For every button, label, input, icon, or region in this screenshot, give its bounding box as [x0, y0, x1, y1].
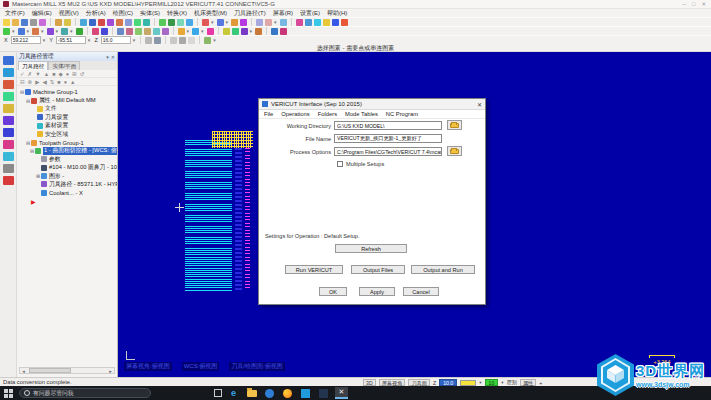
toolbar-icon[interactable] — [186, 19, 193, 26]
toolbar-icon[interactable] — [296, 19, 303, 26]
mru-icon[interactable] — [3, 80, 14, 89]
backplot-icon[interactable]: ▲ — [44, 71, 49, 77]
arc-icon[interactable] — [32, 28, 39, 35]
mru-icon[interactable] — [3, 68, 14, 77]
point-icon[interactable] — [3, 28, 10, 35]
tree-row[interactable]: 文件 — [17, 105, 117, 113]
store-icon[interactable] — [263, 387, 276, 399]
toolbar-icon[interactable] — [39, 19, 46, 26]
maximize-button[interactable]: □ — [692, 1, 695, 7]
new-file-icon[interactable] — [3, 19, 10, 26]
dialog-close-icon[interactable]: ✕ — [477, 101, 482, 108]
file-name-field[interactable] — [334, 134, 442, 143]
move-down-icon[interactable]: ▶ — [35, 79, 39, 85]
z-coordinate-field[interactable] — [101, 36, 131, 44]
save-icon[interactable] — [21, 19, 28, 26]
vericut-icon[interactable] — [317, 387, 330, 399]
close-button[interactable]: ✕ — [701, 1, 706, 7]
dialog-menu-file[interactable]: File — [264, 111, 273, 117]
print-icon[interactable] — [30, 19, 37, 26]
plane-button[interactable]: 刀具面 — [408, 379, 430, 386]
toolbar-icon[interactable] — [271, 28, 278, 35]
chevron-down-icon[interactable]: ▾ — [479, 380, 481, 385]
toolbar-icon[interactable] — [223, 28, 230, 35]
mru-icon[interactable] — [3, 164, 14, 173]
tree-row[interactable]: ⊟ Toolpath Group-1 — [17, 138, 117, 146]
toolbar-icon[interactable] — [76, 28, 83, 35]
verify-icon[interactable]: ■ — [52, 71, 55, 77]
toolbar-icon[interactable] — [144, 28, 151, 35]
chevron-down-icon[interactable]: ▾ — [501, 380, 503, 385]
toolbar-icon[interactable] — [80, 19, 87, 26]
autocursor-icon[interactable] — [145, 37, 152, 44]
ok-button[interactable]: OK — [319, 287, 347, 296]
edge-icon[interactable]: e — [227, 387, 240, 399]
toggle-lock-icon[interactable]: ⊗ — [28, 79, 33, 85]
toolbar-icon[interactable] — [126, 28, 133, 35]
toolbar-icon[interactable] — [143, 19, 150, 26]
toolbar-icon[interactable] — [125, 19, 132, 26]
toolbar-icon[interactable] — [179, 37, 186, 44]
tree-row[interactable]: 安全区域 — [17, 130, 117, 138]
panel-collapse-icon[interactable]: ▾ — [106, 54, 109, 60]
toolbar-icon[interactable] — [207, 28, 214, 35]
tree-row[interactable]: ⊞ 图形 - — [17, 172, 117, 180]
toolbar-icon[interactable] — [323, 19, 330, 26]
rect-icon[interactable] — [61, 28, 68, 35]
color-swatch[interactable] — [460, 380, 476, 386]
toolbar-icon[interactable] — [280, 19, 287, 26]
sort-icon[interactable]: ▲ — [70, 79, 75, 85]
panel-close-icon[interactable]: ✕ — [111, 54, 115, 60]
active-app-icon[interactable]: ✕ — [335, 387, 348, 399]
toolbar-icon[interactable] — [116, 19, 123, 26]
toolbar-icon[interactable] — [341, 19, 348, 26]
refresh-button[interactable]: Refresh — [335, 244, 407, 253]
file-explorer-icon[interactable] — [245, 387, 258, 399]
attributes-button[interactable]: 属性 — [520, 379, 536, 386]
toolbar-icon[interactable] — [177, 19, 184, 26]
deselect-icon[interactable]: ✗ — [28, 71, 33, 77]
mru-icon[interactable] — [3, 176, 14, 185]
multiple-setups-checkbox[interactable]: Multiple Setups — [337, 161, 384, 167]
toolbar-icon[interactable] — [101, 28, 108, 35]
mru-icon[interactable] — [3, 152, 14, 161]
toolbar-icon[interactable] — [154, 37, 161, 44]
toolbar-icon[interactable] — [241, 28, 248, 35]
photos-icon[interactable] — [299, 387, 312, 399]
output-files-button[interactable]: Output Files — [351, 265, 405, 274]
working-directory-field[interactable] — [334, 121, 442, 130]
tree-row[interactable]: 刀具路径 - 85371.1K - HYPERM — [17, 180, 117, 188]
undo-icon[interactable] — [55, 19, 62, 26]
toolbar-icon[interactable] — [204, 37, 211, 44]
line-icon[interactable] — [18, 28, 25, 35]
mru-icon[interactable] — [3, 56, 14, 65]
process-options-browse-button[interactable] — [447, 146, 462, 156]
open-file-icon[interactable] — [12, 19, 19, 26]
toolbar-icon[interactable] — [240, 19, 247, 26]
mru-icon[interactable] — [3, 128, 14, 137]
dialog-menu-mode-tables[interactable]: Mode Tables — [345, 111, 378, 117]
toolbar-icon[interactable] — [314, 19, 321, 26]
spline-icon[interactable] — [47, 28, 54, 35]
run-vericut-button[interactable]: Run VERICUT — [285, 265, 343, 274]
output-and-run-button[interactable]: Output and Run — [411, 265, 475, 274]
graphics-viewport[interactable]: VERICUT Interface (Sep 10 2015) ✕ File O… — [118, 52, 711, 377]
refresh-icon[interactable]: ↺ — [80, 71, 85, 77]
scroll-right-icon[interactable]: ▸ — [107, 368, 114, 374]
expand-icon[interactable]: ⊞ — [72, 71, 77, 77]
task-view-icon[interactable] — [214, 389, 222, 397]
regen-icon[interactable]: ▼ — [35, 71, 40, 77]
toolbar-icon[interactable] — [188, 37, 195, 44]
toolbar-icon[interactable] — [256, 19, 263, 26]
toolbar-icon[interactable] — [92, 28, 99, 35]
toolbar-icon[interactable] — [170, 37, 177, 44]
move-up-icon[interactable]: ◀ — [42, 79, 46, 85]
tree-row-selected[interactable]: ⊟ 1 - 曲面粗切挖槽 - [WCS: 俯视 — [17, 147, 117, 155]
mode-3d-button[interactable]: 3D — [363, 379, 376, 386]
dialog-menu-nc-program[interactable]: NC Program — [386, 111, 418, 117]
tree-row[interactable]: ⊟ Machine Group-1 — [17, 88, 117, 96]
insert-position-row[interactable]: ▶ — [17, 197, 117, 205]
toolbar-icon[interactable] — [217, 19, 224, 26]
toolbar-icon[interactable] — [232, 28, 239, 35]
select-all-icon[interactable]: ✓ — [20, 71, 25, 77]
